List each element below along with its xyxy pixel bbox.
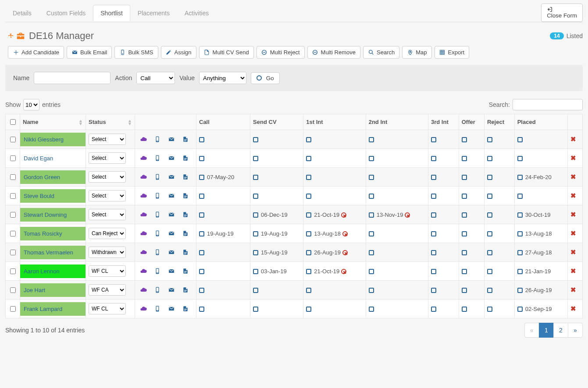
stage-toggle[interactable]	[517, 156, 523, 161]
cloud-icon[interactable]	[139, 305, 147, 312]
candidate-name-link[interactable]: Tomas Rosicky	[20, 227, 86, 240]
col-status[interactable]: Status▲▼	[86, 114, 135, 130]
delete-row-icon[interactable]: ✖	[570, 192, 576, 199]
filter-value-select[interactable]: Anything	[199, 72, 246, 84]
status-select[interactable]: Select	[89, 209, 126, 220]
bulk-sms-button[interactable]: Bulk SMS	[114, 46, 158, 59]
status-select[interactable]: Select	[89, 190, 126, 201]
tab-activities[interactable]: Activities	[177, 5, 216, 21]
stage-toggle[interactable]	[431, 307, 436, 312]
cloud-icon[interactable]	[139, 268, 147, 275]
multi-remove-button[interactable]: Multi Remove	[307, 46, 360, 59]
page-1[interactable]: 1	[539, 323, 554, 338]
delete-row-icon[interactable]: ✖	[570, 286, 576, 293]
mobile-icon[interactable]	[154, 267, 160, 275]
candidate-name-link[interactable]: Gordon Green	[20, 170, 86, 184]
export-button[interactable]: Export	[435, 46, 470, 59]
stage-toggle[interactable]	[253, 137, 258, 142]
candidate-name-link[interactable]: Frank Lampard	[20, 302, 86, 316]
mobile-icon[interactable]	[154, 192, 160, 200]
candidate-name-link[interactable]: David Egan	[20, 152, 86, 165]
delete-row-icon[interactable]: ✖	[570, 135, 576, 143]
row-checkbox[interactable]	[10, 231, 16, 236]
document-icon[interactable]	[182, 305, 189, 313]
stage-toggle[interactable]	[306, 288, 311, 293]
tab-custom-fields[interactable]: Custom Fields	[39, 5, 93, 21]
stage-toggle[interactable]	[306, 307, 311, 312]
mail-icon[interactable]	[167, 249, 175, 255]
document-icon[interactable]	[182, 229, 189, 237]
stage-toggle[interactable]	[199, 250, 204, 255]
row-checkbox[interactable]	[10, 155, 16, 161]
multi-reject-button[interactable]: Multi Reject	[257, 46, 305, 59]
stage-toggle[interactable]	[431, 137, 436, 142]
bulk-email-button[interactable]: Bulk Email	[67, 46, 112, 59]
stage-toggle[interactable]	[369, 307, 374, 312]
stage-toggle[interactable]	[431, 269, 436, 274]
cloud-icon[interactable]	[139, 211, 147, 218]
mail-icon[interactable]	[167, 155, 175, 161]
stage-toggle[interactable]	[487, 269, 492, 274]
document-icon[interactable]	[182, 286, 189, 294]
stage-toggle[interactable]	[369, 212, 374, 218]
cancel-icon[interactable]	[342, 231, 348, 236]
status-select[interactable]: Select	[89, 134, 126, 145]
tab-placements[interactable]: Placements	[130, 5, 177, 21]
cloud-icon[interactable]	[139, 230, 147, 237]
mail-icon[interactable]	[167, 230, 175, 236]
stage-toggle[interactable]	[199, 212, 204, 218]
stage-toggle[interactable]	[517, 307, 523, 312]
stage-toggle[interactable]	[487, 137, 492, 142]
stage-toggle[interactable]	[199, 156, 204, 161]
document-icon[interactable]	[182, 192, 189, 200]
stage-toggle[interactable]	[253, 175, 258, 180]
stage-toggle[interactable]	[253, 288, 258, 293]
row-checkbox[interactable]	[10, 287, 16, 293]
document-icon[interactable]	[182, 135, 189, 143]
stage-toggle[interactable]	[431, 288, 436, 293]
stage-toggle[interactable]	[253, 269, 258, 274]
stage-toggle[interactable]	[517, 194, 523, 199]
stage-toggle[interactable]	[462, 269, 467, 274]
mobile-icon[interactable]	[154, 154, 160, 162]
status-select[interactable]: Select	[89, 152, 126, 164]
row-checkbox[interactable]	[10, 193, 16, 199]
row-checkbox[interactable]	[10, 212, 16, 218]
stage-toggle[interactable]	[487, 250, 492, 255]
stage-toggle[interactable]	[462, 194, 467, 199]
cancel-icon[interactable]	[342, 250, 348, 255]
stage-toggle[interactable]	[487, 194, 492, 199]
map-button[interactable]: Map	[402, 46, 431, 59]
stage-toggle[interactable]	[431, 175, 436, 180]
stage-toggle[interactable]	[462, 307, 467, 312]
assign-button[interactable]: Assign	[161, 46, 196, 59]
stage-toggle[interactable]	[253, 307, 258, 312]
delete-row-icon[interactable]: ✖	[570, 267, 576, 275]
stage-toggle[interactable]	[462, 156, 467, 161]
stage-toggle[interactable]	[369, 175, 374, 180]
stage-toggle[interactable]	[487, 307, 492, 312]
stage-toggle[interactable]	[487, 156, 492, 161]
stage-toggle[interactable]	[517, 250, 523, 255]
cancel-icon[interactable]	[405, 212, 410, 218]
stage-toggle[interactable]	[369, 231, 374, 236]
delete-row-icon[interactable]: ✖	[570, 229, 576, 237]
search-button[interactable]: Search	[363, 46, 399, 59]
mobile-icon[interactable]	[154, 211, 160, 219]
stage-toggle[interactable]	[199, 288, 204, 293]
stage-toggle[interactable]	[462, 175, 467, 180]
stage-toggle[interactable]	[431, 250, 436, 255]
move-icon[interactable]	[8, 33, 14, 39]
mail-icon[interactable]	[167, 193, 175, 199]
add-candidate-button[interactable]: Add Candidate	[8, 46, 64, 59]
delete-row-icon[interactable]: ✖	[570, 305, 576, 312]
page-2[interactable]: 2	[553, 323, 568, 338]
mobile-icon[interactable]	[154, 286, 160, 294]
stage-toggle[interactable]	[253, 231, 258, 236]
stage-toggle[interactable]	[431, 231, 436, 236]
page-next[interactable]: »	[568, 323, 583, 338]
stage-toggle[interactable]	[306, 269, 311, 274]
stage-toggle[interactable]	[517, 269, 523, 274]
cloud-icon[interactable]	[139, 249, 147, 256]
stage-toggle[interactable]	[253, 212, 258, 218]
